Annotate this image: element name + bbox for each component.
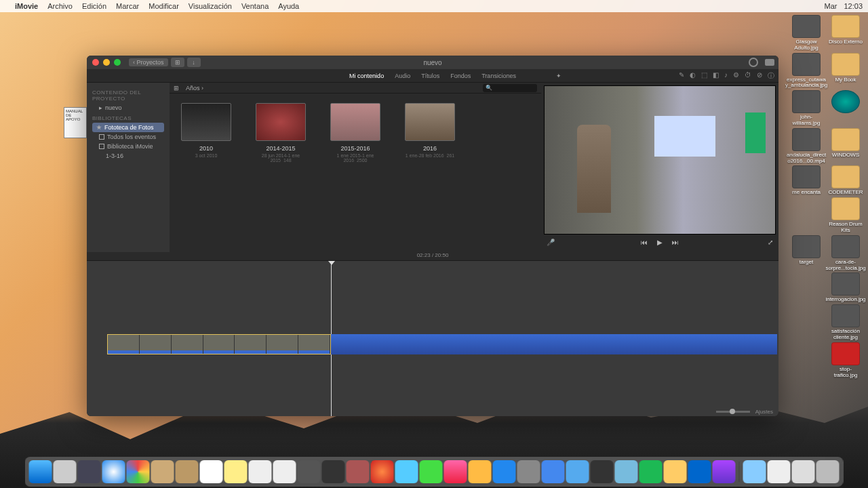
record-icon[interactable] — [749, 58, 758, 67]
ajustes-button[interactable]: Ajustes — [755, 409, 773, 415]
minimize-button[interactable] — [103, 59, 110, 66]
dock-app[interactable] — [517, 460, 540, 483]
sidebar-item-date[interactable]: 1-3-16 — [92, 151, 164, 161]
tab-transiciones[interactable]: Transiciones — [481, 73, 516, 79]
voiceover-mic-icon[interactable]: 🎤 — [547, 239, 555, 246]
menu-app[interactable]: iMovie — [15, 2, 38, 10]
event-2015-2016[interactable]: 2015-20161 ene 2015-1 ene 2016 2500 — [328, 103, 382, 163]
video-track[interactable] — [107, 334, 777, 354]
sidebar-item-todos[interactable]: Todos los eventos — [92, 132, 164, 142]
fullscreen-icon[interactable]: ⤢ — [768, 239, 773, 246]
next-button[interactable]: ⏭ — [672, 239, 679, 246]
dock-app-safari[interactable] — [102, 460, 125, 483]
dock-app[interactable] — [566, 460, 589, 483]
breadcrumb-years[interactable]: Años › — [186, 85, 203, 92]
filter-icon[interactable]: ⊘ — [757, 71, 762, 81]
speed-icon[interactable]: ⏱ — [745, 71, 751, 81]
menu-modificar[interactable]: Modificar — [149, 2, 179, 10]
desktop-doc-left[interactable]: MANUAL DE APOYO — [64, 107, 87, 138]
dock-app[interactable] — [347, 460, 370, 483]
zoom-slider[interactable] — [716, 411, 750, 413]
color-balance-icon[interactable]: ◐ — [690, 71, 696, 81]
dock-app-appstore[interactable] — [493, 460, 516, 483]
dock-app-calendar[interactable] — [200, 460, 223, 483]
desktop-item[interactable]: CODEMETER — [829, 165, 863, 196]
dock-folder[interactable] — [743, 460, 766, 483]
layout-toggle-icon[interactable]: ⊞ — [171, 58, 184, 67]
sidebar-item-biblioteca[interactable]: Biblioteca iMovie — [92, 142, 164, 151]
menu-archivo[interactable]: Archivo — [47, 2, 73, 10]
dock-app-spotify[interactable] — [639, 460, 663, 483]
desktop-item[interactable]: Glasgow Adulto.jpg — [789, 15, 823, 52]
dock-app[interactable] — [688, 460, 711, 483]
sidebar-item-fototeca[interactable]: Fototeca de Fotos — [92, 123, 164, 132]
menu-marcar[interactable]: Marcar — [116, 2, 139, 10]
volume-icon[interactable]: ♪ — [724, 71, 728, 81]
enhance-wand-icon[interactable]: ✦ — [556, 73, 561, 79]
desktop-item[interactable]: cara-de-sorpre...tocia.jpg — [829, 235, 863, 272]
desktop-item[interactable]: My Book — [829, 53, 863, 89]
dock-app[interactable] — [176, 460, 199, 483]
dock-trash[interactable] — [816, 460, 840, 483]
dock-app[interactable] — [713, 460, 736, 483]
crop-icon[interactable]: ⬚ — [701, 71, 707, 81]
zoom-button[interactable] — [114, 59, 121, 66]
dock-app-messages[interactable] — [420, 460, 443, 483]
timeline-clip-remaining[interactable] — [331, 334, 777, 354]
dock-app[interactable] — [469, 460, 492, 483]
import-icon[interactable]: ↓ — [187, 58, 201, 67]
preview-frame[interactable] — [544, 85, 776, 235]
desktop-item[interactable]: interrogacion.jpg — [829, 272, 863, 303]
dock-app-imovie[interactable] — [298, 460, 321, 483]
close-button[interactable] — [92, 59, 99, 66]
dock-folder[interactable] — [768, 460, 791, 483]
dock-app[interactable] — [273, 460, 296, 483]
dock-app-finder[interactable] — [29, 460, 52, 483]
desktop-item[interactable] — [829, 90, 863, 127]
dock-app[interactable] — [542, 460, 565, 483]
desktop-item[interactable]: express_cutawa y_ambulancia.jpg — [789, 53, 823, 89]
desktop-item[interactable]: satisfacción cliente.jpg — [829, 304, 863, 341]
desktop-item[interactable]: WINDOWS — [829, 128, 863, 165]
dock-app[interactable] — [78, 460, 101, 483]
event-2014-2015[interactable]: 2014-201528 jun 2014-1 ene 2015 148 — [254, 103, 308, 163]
dock-app-chrome[interactable] — [127, 460, 150, 483]
noise-icon[interactable]: ⚙ — [733, 71, 739, 81]
desktop-item[interactable]: stop-trafico.jpg — [829, 342, 863, 379]
sidebar-item-nuevo[interactable]: ▸nuevo — [92, 103, 164, 113]
share-icon[interactable] — [765, 59, 774, 66]
desktop-item[interactable]: Reason Drum Kits — [829, 197, 863, 234]
back-proyectos-button[interactable]: ‹ Proyectos — [129, 58, 168, 66]
grid-view-icon[interactable]: ⊞ — [174, 85, 179, 92]
dock-app[interactable] — [591, 460, 614, 483]
desktop-item[interactable]: me encanta — [789, 165, 823, 196]
timeline[interactable]: Ajustes — [87, 260, 778, 416]
desktop-item[interactable]: Disco Externo — [829, 15, 863, 52]
info-icon[interactable]: ⓘ — [768, 71, 774, 81]
tab-fondos[interactable]: Fondos — [450, 73, 471, 79]
dock-app[interactable] — [664, 460, 687, 483]
desktop-item[interactable]: andalucia_direct o2016...00.mp4 — [789, 128, 823, 165]
play-button[interactable]: ▶ — [657, 239, 663, 246]
dock-app[interactable] — [615, 460, 638, 483]
event-2010[interactable]: 20103 oct 2010 — [179, 103, 233, 163]
tab-mi-contenido[interactable]: Mi contenido — [349, 73, 384, 79]
menu-edicion[interactable]: Edición — [82, 2, 106, 10]
prev-button[interactable]: ⏮ — [641, 239, 648, 246]
dock-app[interactable] — [151, 460, 174, 483]
dock-app[interactable] — [54, 460, 77, 483]
desktop-item[interactable]: target — [789, 235, 823, 272]
dock-app-photobooth[interactable] — [371, 460, 394, 483]
tab-titulos[interactable]: Títulos — [421, 73, 439, 79]
adjust-color-icon[interactable]: ✎ — [679, 71, 684, 81]
dock-app[interactable] — [249, 460, 272, 483]
tab-audio[interactable]: Audio — [395, 73, 410, 79]
dock-app[interactable] — [322, 460, 345, 483]
dock-app[interactable] — [395, 460, 418, 483]
dock-app-music[interactable] — [444, 460, 467, 483]
menu-visualizacion[interactable]: Visualización — [189, 2, 232, 10]
dock-app-notes[interactable] — [224, 460, 248, 483]
stabilize-icon[interactable]: ◧ — [713, 71, 719, 81]
search-input[interactable]: 🔍 — [483, 84, 537, 92]
menu-ayuda[interactable]: Ayuda — [278, 2, 299, 10]
